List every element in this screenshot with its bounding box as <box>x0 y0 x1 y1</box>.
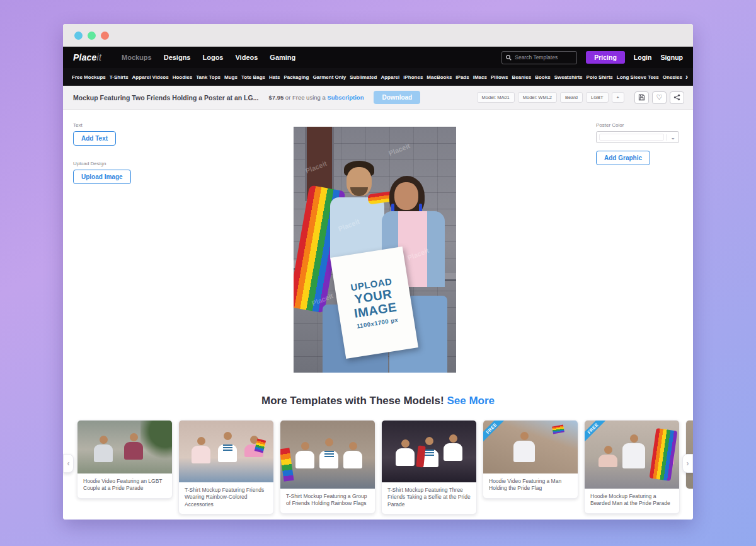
person-torso <box>319 451 338 468</box>
person-head <box>520 432 529 440</box>
nav-item-mockups[interactable]: Mockups <box>122 54 152 61</box>
category-item-hoodies[interactable]: Hoodies <box>173 74 193 80</box>
person-figure <box>319 438 338 468</box>
tag-model-ma01[interactable]: Model: MA01 <box>477 92 515 103</box>
poster-placeholder[interactable]: UPLOAD YOUR IMAGE 1100x1700 px <box>330 247 418 359</box>
category-item-mugs[interactable]: Mugs <box>224 74 238 80</box>
tag-beard[interactable]: Beard <box>560 92 583 103</box>
category-item-onesies[interactable]: Onesies <box>663 74 682 80</box>
person-head <box>325 438 333 446</box>
category-item-tank-tops[interactable]: Tank Tops <box>196 74 220 80</box>
add-graphic-button[interactable]: Add Graphic <box>596 151 650 165</box>
scene-decor <box>552 425 564 434</box>
right-tools-panel: Poster Color ⌄ Add Graphic <box>596 122 679 165</box>
person-head <box>301 442 309 450</box>
category-items: Free MockupsT-ShirtsApparel VideosHoodie… <box>72 74 683 80</box>
template-thumbnail <box>179 421 273 482</box>
upload-design-label: Upload Design <box>73 161 131 166</box>
nav-item-videos[interactable]: Videos <box>235 54 258 61</box>
see-more-link[interactable]: See More <box>447 395 495 407</box>
template-thumbnail: FREE <box>585 421 679 489</box>
person-torso <box>396 448 415 466</box>
poster-color-label: Poster Color <box>596 122 679 128</box>
window-dot-red[interactable] <box>101 32 109 40</box>
category-item-free-mockups[interactable]: Free Mockups <box>72 74 106 80</box>
template-card[interactable]: FREEHoodie Video Featuring a Man Holding… <box>483 420 578 499</box>
template-thumbnail: FREE <box>483 421 578 473</box>
category-item-iphones[interactable]: iPhones <box>403 74 423 80</box>
subscription-link[interactable]: Subscription <box>327 94 364 101</box>
template-card[interactable]: FREEHoodie Mockup Featuring a Bearded Ma… <box>584 420 680 514</box>
signup-link[interactable]: Signup <box>660 54 683 61</box>
person-torso <box>622 443 645 468</box>
person-head <box>449 434 457 443</box>
person-head <box>630 434 638 443</box>
category-scroll-right-icon[interactable]: › <box>683 73 690 81</box>
category-item-ipads[interactable]: iPads <box>455 74 469 80</box>
text-section-label: Text <box>73 122 131 128</box>
logo-light: it <box>97 52 101 62</box>
category-item-imacs[interactable]: iMacs <box>473 74 487 80</box>
category-item-t-shirts[interactable]: T-Shirts <box>110 74 129 80</box>
category-item-sweatshirts[interactable]: Sweatshirts <box>554 74 583 80</box>
category-item-hats[interactable]: Hats <box>269 74 280 80</box>
carousel-next-button[interactable]: › <box>682 454 693 473</box>
template-card[interactable]: T-Shirt Mockup Featuring a Group of Frie… <box>280 420 375 514</box>
category-item-pillows[interactable]: Pillows <box>491 74 508 80</box>
category-item-beanies[interactable]: Beanies <box>512 74 532 80</box>
download-button[interactable]: Download <box>374 91 420 104</box>
window-titlebar <box>63 24 693 47</box>
poster-color-select[interactable]: ⌄ <box>596 131 679 143</box>
price-text: $7.95 or Free using a Subscription <box>268 94 364 101</box>
category-item-packaging[interactable]: Packaging <box>284 74 309 80</box>
template-caption: Hoodie Video Featuring an LGBT Couple at… <box>77 473 172 498</box>
category-item-apparel-videos[interactable]: Apparel Videos <box>132 74 169 80</box>
add-text-button[interactable]: Add Text <box>73 131 116 146</box>
template-card[interactable]: Hoodie Video Featuring an LGBT Couple at… <box>77 420 173 499</box>
category-item-tote-bags[interactable]: Tote Bags <box>241 74 265 80</box>
window-dot-green[interactable] <box>88 32 96 40</box>
tag-model-wml2[interactable]: Model: WML2 <box>518 92 557 103</box>
person-figure <box>444 434 462 461</box>
search-input[interactable] <box>515 54 573 61</box>
chevron-down-icon: ⌄ <box>667 134 679 141</box>
mockup-canvas[interactable]: UPLOAD YOUR IMAGE 1100x1700 px PlaceitPl… <box>294 127 456 373</box>
person-figure <box>513 432 535 462</box>
window-dot-blue[interactable] <box>74 32 83 40</box>
category-bar: Free MockupsT-ShirtsApparel VideosHoodie… <box>63 68 693 86</box>
editor-content: Text Add Text Upload Design Upload Image… <box>63 110 693 520</box>
save-button[interactable] <box>634 91 649 104</box>
pricing-button[interactable]: Pricing <box>586 51 625 64</box>
person-head <box>197 437 205 445</box>
category-item-garment-only[interactable]: Garment Only <box>312 74 346 80</box>
nav-item-logos[interactable]: Logos <box>202 54 223 61</box>
share-button[interactable] <box>670 91 684 104</box>
template-card[interactable]: T-Shirt Mockup Featuring Friends Wearing… <box>178 420 274 514</box>
person-torso <box>513 441 535 462</box>
category-item-apparel[interactable]: Apparel <box>381 74 399 80</box>
carousel-prev-button[interactable]: ‹ <box>63 454 74 473</box>
category-item-books[interactable]: Books <box>535 74 550 80</box>
template-caption: Hoodie Mockup Featuring a Bearded Man at… <box>585 489 679 513</box>
favorite-button[interactable]: ♡ <box>652 91 667 104</box>
nav-item-gaming[interactable]: Gaming <box>270 54 295 61</box>
login-link[interactable]: Login <box>634 54 652 61</box>
scene-decor <box>140 421 172 462</box>
category-item-long-sleeve-tees[interactable]: Long Sleeve Tees <box>617 74 659 80</box>
model-tags: Model: MA01Model: WML2BeardLGBT+ <box>477 92 624 103</box>
nav-item-designs[interactable]: Designs <box>164 54 191 61</box>
upload-image-button[interactable]: Upload Image <box>73 170 131 184</box>
placeit-logo[interactable]: Placeit <box>73 52 101 62</box>
tag-lgbt[interactable]: LGBT <box>586 92 609 103</box>
more-templates-heading: More Templates with These Models! See Mo… <box>63 395 693 407</box>
category-item-polo-shirts[interactable]: Polo Shirts <box>587 74 613 80</box>
heart-icon: ♡ <box>656 93 663 102</box>
person-torso <box>94 444 113 462</box>
template-card[interactable]: T-Shirt Mockup Featuring Three Friends T… <box>381 420 477 514</box>
category-item-macbooks[interactable]: MacBooks <box>427 74 452 80</box>
category-item-sublimated[interactable]: Sublimated <box>350 74 377 80</box>
search-box[interactable] <box>501 51 577 64</box>
left-tools-panel: Text Add Text Upload Design Upload Image <box>73 122 131 199</box>
tag-[interactable]: + <box>612 92 624 103</box>
person-torso <box>598 455 617 467</box>
